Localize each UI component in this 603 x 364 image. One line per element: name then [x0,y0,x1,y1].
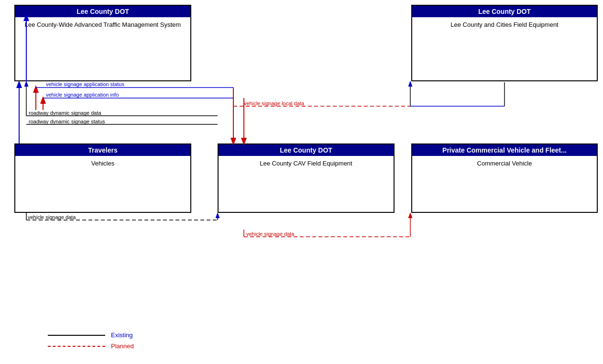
field-equip-body: Lee County and Cities Field Equipment [412,17,597,32]
legend-existing-label: Existing [111,331,133,339]
legend-existing: Existing [48,331,134,339]
atms-header: Lee County DOT [15,6,190,17]
label-signage-app-status: vehicle signage application status [46,81,124,87]
box-vehicles: Travelers Vehicles [14,143,191,213]
vehicles-body: Vehicles [15,156,190,171]
label-roadway-signage-status: roadway dynamic signage status [29,119,105,124]
cav-body: Lee County CAV Field Equipment [219,156,394,171]
atms-body: Lee County-Wide Advanced Traffic Managem… [15,17,190,32]
label-roadway-signage-data: roadway dynamic signage data [29,110,102,116]
commercial-header: Private Commercial Vehicle and Fleet... [412,144,597,156]
commercial-body: Commercial Vehicle [412,156,597,171]
label-signage-local-data: vehicle signage local data [244,100,305,106]
box-field-equip: Lee County DOT Lee County and Cities Fie… [411,5,598,81]
box-atms: Lee County DOT Lee County-Wide Advanced … [14,5,191,81]
field-equip-header: Lee County DOT [412,6,597,17]
legend-existing-line [48,335,105,336]
legend: Existing Planned [48,331,134,350]
label-signage-app-info: vehicle signage application info [46,92,119,98]
diagram-container: Lee County DOT Lee County-Wide Advanced … [0,0,603,364]
legend-planned-line [48,346,105,347]
cav-header: Lee County DOT [219,144,394,156]
legend-planned-label: Planned [111,342,134,350]
box-commercial: Private Commercial Vehicle and Fleet... … [411,143,598,213]
legend-planned: Planned [48,342,134,350]
label-vehicle-signage-data-2: vehicle signage data [246,231,295,237]
box-cav: Lee County DOT Lee County CAV Field Equi… [218,143,395,213]
label-vehicle-signage-data-1: vehicle signage data [28,214,76,220]
vehicles-header: Travelers [15,144,190,156]
